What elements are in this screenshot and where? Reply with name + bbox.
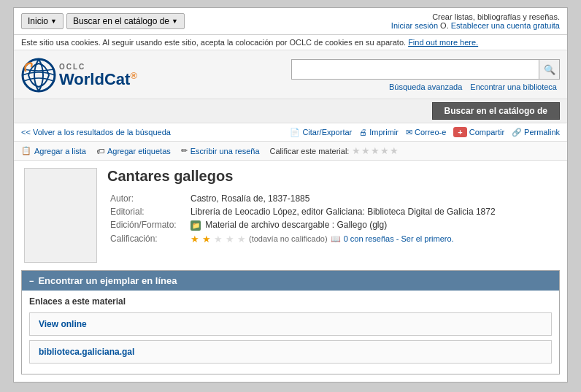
cookie-bar: Este sitio usa cookies. Al seguir usando… <box>14 35 567 50</box>
edition-value: 📁 Material de archivo descargable : Gall… <box>188 218 557 232</box>
action-bar: << Volver a los resultados de la búsqued… <box>14 123 567 142</box>
rating-row: Calificación: ★ ★ ★ ★ ★ (todavía no cali… <box>107 232 557 246</box>
rating-value: ★ ★ ★ ★ ★ (todavía no calificado) 📖 0 co… <box>188 232 557 246</box>
add-list-link[interactable]: Agregar a lista <box>34 147 86 155</box>
pencil-icon: ✏ <box>181 146 188 155</box>
logo-text-area: OCLC WorldCat® <box>59 63 137 88</box>
star-5[interactable]: ★ <box>390 145 399 156</box>
rating-star-3[interactable]: ★ <box>214 234 223 245</box>
find-out-more-link[interactable]: Find out more here. <box>408 38 478 47</box>
search-links: Búsqueda avanzada Encontrar una bibliote… <box>386 82 560 91</box>
search-icon-button[interactable]: 🔍 <box>539 59 560 80</box>
toolbar-bar: 📋 Agregar a lista 🏷 Agregar etiquetas ✏ … <box>14 142 567 161</box>
view-online-link[interactable]: View online <box>39 319 87 329</box>
add-tags-item[interactable]: 🏷 Agregar etiquetas <box>96 147 171 155</box>
write-review-link[interactable]: Escribir una reseña <box>191 147 260 155</box>
editorial-row: Editorial: Librería de Leocadio López, e… <box>107 205 557 218</box>
biblioteca-link[interactable]: biblioteca.galiciana.gal <box>39 347 134 357</box>
search-icon: 🔍 <box>544 64 555 75</box>
star-2[interactable]: ★ <box>361 145 370 156</box>
print-button[interactable]: 🖨 Imprimir <box>359 128 399 137</box>
rating-star-2[interactable]: ★ <box>202 234 211 245</box>
rating-star-1[interactable]: ★ <box>191 234 199 245</box>
star-1[interactable]: ★ <box>352 145 361 156</box>
search-input[interactable] <box>291 59 539 80</box>
author-value: Castro, Rosalía de, 1837-1885 <box>188 192 557 205</box>
find-body: Enlaces a este material View online bibl… <box>22 291 559 374</box>
buscar-label: Buscar en el catálogo de <box>73 16 169 26</box>
trademark-icon: ® <box>130 70 137 81</box>
establecer-cuenta-link[interactable]: Establecer una cuenta gratuita <box>451 21 560 30</box>
book-details: Cantares gallegos Autor: Castro, Rosalía… <box>107 168 557 263</box>
top-nav-right: Crear listas, bibliografías y reseñas. I… <box>391 12 560 30</box>
editorial-label: Editorial: <box>107 205 188 218</box>
cite-icon: 📄 <box>290 128 300 137</box>
tag-icon: 🏷 <box>96 147 104 155</box>
find-library-link[interactable]: Encontrar una biblioteca <box>470 82 557 91</box>
cite-export-button[interactable]: 📄 Citar/Exportar <box>290 128 352 137</box>
review-icon: 📖 <box>331 234 341 244</box>
rating-stars[interactable]: ★ ★ ★ ★ ★ <box>352 145 399 156</box>
edition-row: Edición/Formato: 📁 Material de archivo d… <box>107 218 557 232</box>
iniciar-sesion-link[interactable]: Iniciar sesión <box>391 21 438 30</box>
book-cover <box>24 168 97 263</box>
add-list-item[interactable]: 📋 Agregar a lista <box>21 146 86 155</box>
rate-label: Calificar este material: <box>270 147 350 155</box>
links-label: Enlaces a este material <box>29 296 552 307</box>
email-icon: ✉ <box>406 128 412 137</box>
format-icon: 📁 <box>191 220 201 231</box>
author-label: Autor: <box>107 192 188 205</box>
find-title: Encontrar un ejemplar en línea <box>38 275 177 286</box>
advanced-search-link[interactable]: Búsqueda avanzada <box>389 82 462 91</box>
search-area: 🔍 Buscar en el catálogo de Búsqueda avan… <box>291 59 560 91</box>
collapse-icon[interactable]: − <box>29 277 34 285</box>
rating-note: (todavía no calificado) <box>249 234 328 243</box>
permalink-icon: 🔗 <box>512 128 522 137</box>
link-box-2: biblioteca.galiciana.gal <box>29 340 552 364</box>
or-text: O <box>440 21 447 30</box>
edition-label: Edición/Formato: <box>107 218 188 232</box>
search-box-row: 🔍 Buscar en el catálogo de <box>291 59 560 80</box>
list-icon: 📋 <box>21 146 31 155</box>
share-button[interactable]: + Compartir <box>453 127 504 137</box>
action-buttons: 📄 Citar/Exportar 🖨 Imprimir ✉ Correo-e +… <box>290 127 560 137</box>
add-tags-link[interactable]: Agregar etiquetas <box>107 147 171 155</box>
top-nav: Inicio ▼ Buscar en el catálogo de ▼ Crea… <box>14 8 567 35</box>
rating-label: Calificación: <box>107 232 188 246</box>
create-lists-text: Crear listas, bibliografías y reseñas. <box>391 12 560 21</box>
rating-star-5[interactable]: ★ <box>237 234 246 245</box>
rating-star-4[interactable]: ★ <box>226 234 234 245</box>
logo-area: OCLC WorldCat® <box>21 58 137 93</box>
print-icon: 🖨 <box>359 128 367 137</box>
rating-display: ★ ★ ★ ★ ★ (todavía no calificado) 📖 0 co… <box>191 234 554 245</box>
worldcat-logo-icon <box>21 58 56 93</box>
header-area: OCLC WorldCat® 🔍 Buscar en el catálogo d… <box>14 50 567 99</box>
buscar-button[interactable]: Buscar en el catálogo de ▼ <box>66 13 185 29</box>
back-link[interactable]: << Volver a los resultados de la búsqued… <box>21 128 171 137</box>
star-3[interactable]: ★ <box>371 145 380 156</box>
permalink-button[interactable]: 🔗 Permalink <box>512 128 560 137</box>
worldcat-label: WorldCat® <box>59 71 137 88</box>
inicio-label: Inicio <box>28 16 48 26</box>
main-content: Cantares gallegos Autor: Castro, Rosalía… <box>14 161 567 270</box>
write-review-item[interactable]: ✏ Escribir una reseña <box>181 146 260 155</box>
cookie-text: Este sitio usa cookies. Al seguir usando… <box>21 38 406 47</box>
buscar-arrow-icon: ▼ <box>172 18 178 25</box>
find-header: − Encontrar un ejemplar en línea <box>22 271 559 291</box>
search-submit-button[interactable]: Buscar en el catálogo de <box>432 102 560 120</box>
rate-item: Calificar este material: ★ ★ ★ ★ ★ <box>270 145 399 156</box>
email-button[interactable]: ✉ Correo-e <box>406 128 446 137</box>
reviews-link[interactable]: 0 con reseñas - Ser el primero. <box>344 234 454 243</box>
link-box-1: View online <box>29 312 552 336</box>
author-row: Autor: Castro, Rosalía de, 1837-1885 <box>107 192 557 205</box>
account-links: Iniciar sesión O. Establecer una cuenta … <box>391 21 560 30</box>
inicio-arrow-icon: ▼ <box>50 18 57 25</box>
share-plus-icon: + <box>453 127 466 137</box>
inicio-button[interactable]: Inicio ▼ <box>21 13 64 29</box>
detail-table: Autor: Castro, Rosalía de, 1837-1885 Edi… <box>107 192 557 246</box>
editorial-value: Librería de Leocadio López, editor Galic… <box>188 205 557 218</box>
find-section: − Encontrar un ejemplar en línea Enlaces… <box>21 270 560 374</box>
star-4[interactable]: ★ <box>380 145 389 156</box>
book-title: Cantares gallegos <box>107 168 557 185</box>
